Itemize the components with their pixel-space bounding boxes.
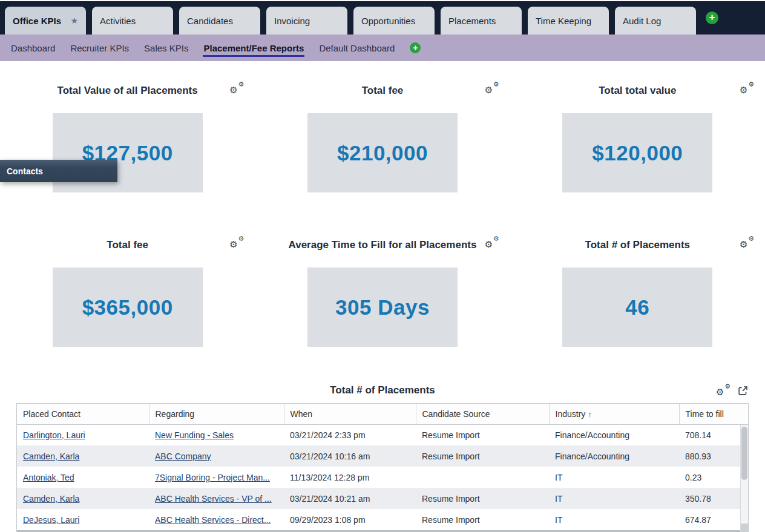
tab-time-keeping[interactable]: Time Keeping (528, 7, 609, 34)
table-header-row: Placed Contact Regarding When Candidate … (17, 404, 748, 424)
gear-icon: ⚙ (740, 239, 747, 250)
table-row[interactable]: Antoniak, Ted 7Signal Boring - Project M… (17, 467, 748, 488)
widget-settings-icon[interactable]: ⚙ ⚙ (485, 237, 499, 249)
time-to-fill-cell: 0.23 (679, 467, 748, 488)
tab-label: Office KPIs (13, 16, 61, 26)
subnav-label: Dashboard (11, 43, 55, 53)
widget-settings-icon[interactable]: ⚙ ⚙ (229, 82, 244, 94)
tab-opportunities[interactable]: Opportunities (353, 7, 435, 34)
when-cell: 09/29/2023 1:08 pm (284, 509, 416, 530)
gear-icon: ⚙ (493, 235, 499, 243)
table-row[interactable]: Camden, Karla ABC Health Services - VP o… (17, 488, 748, 509)
industry-cell: IT (549, 509, 679, 530)
table-title-row: Total # of Placements ⚙ ⚙ (0, 384, 765, 398)
kpi-title: Total total value (510, 84, 765, 97)
table-row[interactable]: Camden, Karla ABC Company 03/21/2024 10:… (17, 445, 748, 467)
industry-cell: IT (549, 488, 679, 509)
vertical-scrollbar[interactable] (740, 425, 748, 532)
col-header-time-to-fill[interactable]: Time to fill (679, 404, 748, 424)
gear-icon: ⚙ (493, 80, 499, 88)
regarding-link[interactable]: ABC Health Services - VP of ... (155, 494, 272, 504)
table-row[interactable]: Darlington, Lauri New Funding - Sales 03… (17, 424, 748, 445)
when-cell: 11/13/2024 12:28 pm (284, 467, 416, 488)
gear-icon: ⚙ (485, 239, 493, 250)
candidate-source-cell: Resume Import (416, 509, 549, 530)
scrollbar-thumb[interactable] (741, 427, 747, 480)
gear-icon: ⚙ (229, 239, 237, 250)
tab-activities[interactable]: Activities (92, 7, 173, 34)
kpi-title: Total # of Placements (510, 238, 765, 252)
app-window: { "icons": { "star": "★", "gear": "⚙", "… (0, 0, 765, 532)
placements-report-section: Total # of Placements ⚙ ⚙ (0, 384, 765, 532)
gear-icon: ⚙ (748, 235, 754, 243)
sort-ascending-icon: ↑ (588, 410, 592, 419)
kpi-value-tile[interactable]: 305 Days (307, 268, 458, 347)
tab-audit-log[interactable]: Audit Log (615, 7, 696, 34)
col-header-when[interactable]: When (284, 404, 416, 424)
subnav-label: Placement/Fee Reports (203, 43, 304, 53)
table-row[interactable]: DeJesus, Lauri ABC Health Services - Dir… (17, 509, 748, 530)
regarding-link[interactable]: ABC Health Services - Direct... (155, 515, 271, 525)
subnav-item-sales-kpis[interactable]: Sales KPIs (144, 34, 188, 61)
subnav-label: Recruiter KPIs (70, 43, 129, 53)
tab-placements[interactable]: Placements (441, 7, 522, 34)
placed-contact-link[interactable]: Camden, Karla (23, 452, 79, 461)
industry-cell: IT (549, 467, 679, 488)
col-header-candidate-source[interactable]: Candidate Source (416, 404, 549, 424)
table-title: Total # of Placements (330, 384, 435, 396)
scrollbar-corner (741, 524, 748, 532)
widget-settings-icon[interactable]: ⚙ ⚙ (485, 82, 499, 94)
widget-settings-icon[interactable]: ⚙ ⚙ (740, 82, 754, 94)
time-to-fill-cell: 674.87 (679, 509, 748, 530)
tab-candidates[interactable]: Candidates (179, 7, 260, 34)
placed-contact-link[interactable]: Darlington, Lauri (23, 430, 85, 440)
col-header-industry[interactable]: Industry↑ (549, 404, 679, 424)
widget-settings-icon[interactable]: ⚙ ⚙ (716, 384, 731, 396)
star-icon: ★ (70, 16, 78, 25)
placements-table: Placed Contact Regarding When Candidate … (16, 403, 749, 532)
tab-invoicing[interactable]: Invoicing (266, 7, 347, 34)
gear-icon: ⚙ (238, 235, 244, 243)
gear-icon: ⚙ (740, 85, 747, 96)
col-header-placed-contact[interactable]: Placed Contact (17, 404, 149, 424)
subnav-item-placement-fee-reports[interactable]: Placement/Fee Reports (203, 34, 304, 61)
add-tab-button[interactable]: + (706, 11, 718, 24)
placed-contact-link[interactable]: Camden, Karla (23, 494, 79, 504)
kpi-value-tile[interactable]: $365,000 (53, 268, 203, 347)
kpi-value-tile[interactable]: $210,000 (307, 113, 458, 192)
table-icons: ⚙ ⚙ (716, 384, 748, 396)
placed-contact-link[interactable]: DeJesus, Lauri (23, 515, 79, 525)
kpi-total-fee-1: Total fee ⚙ ⚙ $210,000 (255, 84, 510, 192)
gear-icon: ⚙ (238, 80, 244, 88)
placed-contact-link[interactable]: Antoniak, Ted (23, 473, 74, 482)
add-dashboard-button[interactable]: + (410, 42, 421, 53)
subnav-item-default-dashboard[interactable]: Default Dashboard (319, 34, 395, 61)
kpi-value: 305 Days (335, 295, 430, 320)
widget-settings-icon[interactable]: ⚙ ⚙ (229, 237, 244, 249)
subnav-item-dashboard[interactable]: Dashboard (11, 34, 55, 61)
kpi-value-tile[interactable]: $120,000 (562, 113, 712, 192)
dashboard-content: Total Value of all Placements ⚙ ⚙ $127,5… (0, 84, 765, 532)
kpi-title: Average Time to Fill for all Placements (255, 238, 510, 252)
widget-settings-icon[interactable]: ⚙ ⚙ (740, 237, 754, 249)
time-to-fill-cell: 350.78 (679, 488, 748, 509)
kpi-value: $210,000 (337, 141, 428, 165)
gear-icon: ⚙ (724, 383, 731, 390)
regarding-link[interactable]: ABC Company (155, 452, 211, 461)
tab-label: Invoicing (274, 16, 310, 26)
open-in-new-icon[interactable] (738, 386, 748, 396)
col-label: Candidate Source (422, 409, 490, 419)
time-to-fill-cell: 708.14 (679, 424, 748, 445)
tab-office-kpis[interactable]: Office KPIs ★ (5, 7, 86, 34)
regarding-link[interactable]: 7Signal Boring - Project Man... (155, 473, 270, 482)
regarding-link[interactable]: New Funding - Sales (155, 430, 234, 440)
gear-icon: ⚙ (716, 387, 724, 398)
contacts-flyout-tooltip: Contacts (0, 160, 117, 182)
kpi-total-placements: Total # of Placements ⚙ ⚙ 46 (510, 238, 765, 347)
kpi-value-tile[interactable]: 46 (562, 268, 712, 347)
candidate-source-cell: Resume Import (416, 488, 549, 509)
candidate-source-cell (416, 467, 549, 488)
gear-icon: ⚙ (748, 80, 754, 88)
subnav-item-recruiter-kpis[interactable]: Recruiter KPIs (70, 34, 129, 61)
col-header-regarding[interactable]: Regarding (149, 404, 284, 424)
